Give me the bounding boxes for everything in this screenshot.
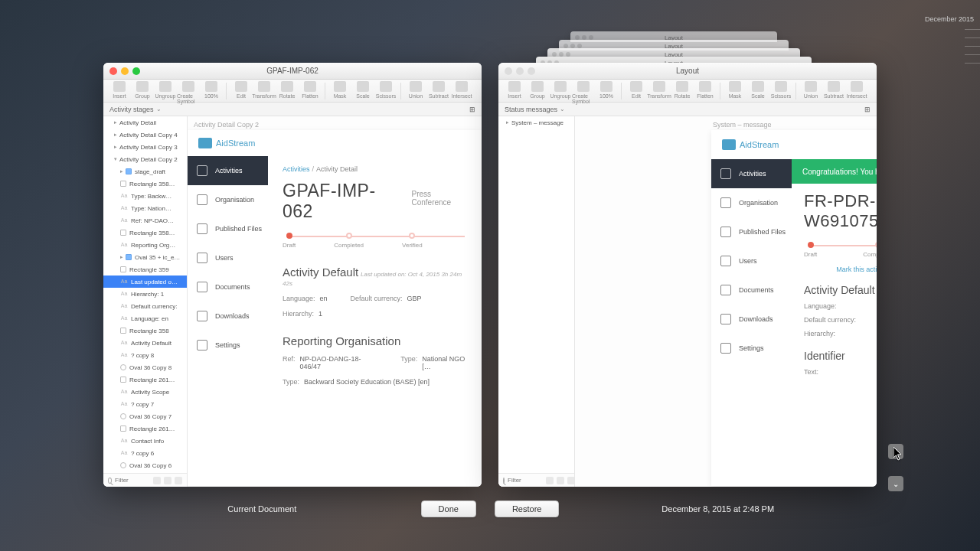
window-version: Layout InsertGroupUngroupCreate Symbol10… — [498, 63, 877, 487]
layer-row[interactable]: Rectangle 261… — [103, 373, 187, 386]
minimize-icon[interactable] — [121, 67, 129, 75]
toolbar-100%[interactable]: 100% — [200, 81, 223, 99]
filter-input[interactable] — [508, 477, 546, 484]
nav-downloads[interactable]: Downloads — [711, 305, 792, 334]
layer-row[interactable]: ▸Activity Detail Copy 3 — [103, 141, 187, 153]
nav-documents[interactable]: Documents — [711, 276, 792, 305]
pages-dropdown[interactable]: Status messages⌄ ⊞ — [498, 103, 877, 116]
layer-row[interactable]: ▸stage_draft — [103, 165, 187, 178]
restore-button[interactable]: Restore — [495, 500, 560, 517]
done-button[interactable]: Done — [421, 500, 476, 517]
prev-version-button[interactable]: ⌃ — [888, 444, 903, 459]
toolbar-union[interactable]: Union — [404, 81, 427, 99]
toolbar-scissors[interactable]: Scissors — [374, 81, 397, 99]
layer-row[interactable]: ▸Activity Detail — [103, 116, 187, 129]
nav-activities[interactable]: Activities — [188, 156, 268, 185]
close-icon[interactable] — [109, 67, 117, 75]
nav-downloads[interactable]: Downloads — [188, 302, 268, 331]
toolbar-scale[interactable]: Scale — [351, 81, 374, 99]
layer-row[interactable]: AaType: Backw… — [103, 190, 187, 202]
filter-input[interactable] — [115, 477, 153, 484]
layer-row[interactable]: Rectangle 358… — [103, 178, 187, 190]
nav-settings[interactable]: Settings — [188, 331, 268, 360]
nav-organisation[interactable]: Organisation — [188, 185, 268, 214]
layer-row[interactable]: ▾Activity Detail Copy 2 — [103, 153, 187, 165]
toolbar-union[interactable]: Union — [799, 81, 822, 99]
zoom-icon[interactable] — [528, 67, 535, 75]
toolbar-transform[interactable]: Transform — [648, 81, 671, 99]
toolbar-100%[interactable]: 100% — [595, 81, 618, 99]
layer-row[interactable]: Oval 36 Copy 6 — [103, 459, 187, 471]
layer-row[interactable]: Aa? copy 6 — [103, 447, 187, 459]
layer-row[interactable]: ▸Oval 35 + ic_e… — [103, 251, 187, 263]
toolbar-group[interactable]: Group — [131, 81, 154, 99]
pages-dropdown[interactable]: Activity stages⌄ ⊞ — [103, 103, 482, 116]
nav-settings[interactable]: Settings — [711, 334, 792, 363]
close-icon[interactable] — [505, 67, 512, 75]
titlebar: GPAF-IMP-062 — [103, 63, 482, 80]
canvas[interactable]: Activity Detail Copy 2 AidStream Activit… — [188, 116, 482, 487]
toolbar-transform[interactable]: Transform — [253, 81, 276, 99]
layer-row[interactable]: AaHierarchy: 1 — [103, 288, 187, 300]
version-nav: ⌃ ⌄ — [888, 444, 903, 491]
toolbar-intersect[interactable]: Intersect — [450, 81, 473, 99]
layer-row[interactable]: Aa? copy 7 — [103, 398, 187, 410]
toolbar-create-symbol[interactable]: Create Symbol — [177, 81, 200, 104]
layer-row[interactable]: Rectangle 261… — [103, 422, 187, 435]
toolbar-rotate[interactable]: Rotate — [671, 81, 694, 99]
toolbar-group[interactable]: Group — [526, 81, 549, 99]
toolbar-insert[interactable]: Insert — [108, 81, 131, 99]
layer-row[interactable]: AaActivity Scope — [103, 386, 187, 398]
nav-published-files[interactable]: Published Files — [188, 214, 268, 243]
toolbar-insert[interactable]: Insert — [503, 81, 526, 99]
toolbar-create-symbol[interactable]: Create Symbol — [572, 81, 595, 104]
layer-row[interactable]: Rectangle 359 — [103, 263, 187, 276]
toolbar-edit[interactable]: Edit — [230, 81, 253, 99]
toolbar-rotate[interactable]: Rotate — [276, 81, 299, 99]
toolbar-intersect[interactable]: Intersect — [845, 81, 868, 99]
stage-draft: Draft — [283, 233, 296, 249]
stage-completed: Completed — [334, 233, 364, 249]
layer-row[interactable]: Oval 36 Copy 7 — [103, 410, 187, 422]
nav-published-files[interactable]: Published Files — [711, 217, 792, 246]
layer-row[interactable]: ▸Activity Detail Copy 4 — [103, 129, 187, 141]
layer-row[interactable]: AaActivity Default — [103, 337, 187, 349]
stacked-version[interactable]: Layout — [570, 31, 777, 42]
toolbar-scale[interactable]: Scale — [746, 81, 769, 99]
toolbar-subtract[interactable]: Subtract — [427, 81, 450, 99]
nav-organisation[interactable]: Organisation — [711, 188, 792, 217]
toolbar-edit[interactable]: Edit — [625, 81, 648, 99]
toolbar-scissors[interactable]: Scissors — [769, 81, 792, 99]
toolbar-flatten[interactable]: Flatten — [299, 81, 322, 99]
toolbar-ungroup[interactable]: Ungroup — [154, 81, 177, 99]
nav-users[interactable]: Users — [711, 246, 792, 276]
layer-row[interactable]: AaDefault currency: — [103, 300, 187, 312]
layer-row[interactable]: Oval 36 Copy 8 — [103, 361, 187, 373]
mark-completed-link[interactable]: Mark this activity as Completed — [804, 266, 877, 273]
toolbar-subtract[interactable]: Subtract — [822, 81, 845, 99]
stacked-version[interactable]: Layout — [559, 40, 789, 51]
layer-row[interactable]: AaType: Nation… — [103, 202, 187, 214]
layer-row[interactable]: Rectangle 358… — [103, 227, 187, 239]
layer-row[interactable]: AaReporting Org… — [103, 239, 187, 251]
next-version-button[interactable]: ⌄ — [888, 476, 903, 491]
toolbar-ungroup[interactable]: Ungroup — [549, 81, 572, 99]
layer-row[interactable]: Rectangle 358 — [103, 324, 187, 337]
layer-row[interactable]: AaLanguage: en — [103, 312, 187, 324]
panel-toggle-icon[interactable]: ⊞ — [864, 106, 871, 113]
layer-row[interactable]: AaContact Info — [103, 435, 187, 447]
canvas[interactable]: System – message AidStream ActivitiesOrg… — [575, 116, 877, 487]
layer-row[interactable]: AaLast updated o… — [103, 276, 187, 288]
layer-row[interactable]: Aa? copy 8 — [103, 349, 187, 361]
nav-documents[interactable]: Documents — [188, 272, 268, 302]
toolbar-mask[interactable]: Mask — [724, 81, 746, 99]
toolbar-flatten[interactable]: Flatten — [694, 81, 717, 99]
layer-row[interactable]: AaRef: NP-DAO… — [103, 214, 187, 227]
minimize-icon[interactable] — [516, 67, 524, 75]
nav-activities[interactable]: Activities — [711, 159, 792, 188]
panel-toggle-icon[interactable]: ⊞ — [469, 106, 475, 113]
zoom-icon[interactable] — [132, 67, 140, 75]
nav-users[interactable]: Users — [188, 243, 268, 272]
layer-row[interactable]: ▸System – message — [498, 116, 574, 129]
toolbar-mask[interactable]: Mask — [328, 81, 351, 99]
